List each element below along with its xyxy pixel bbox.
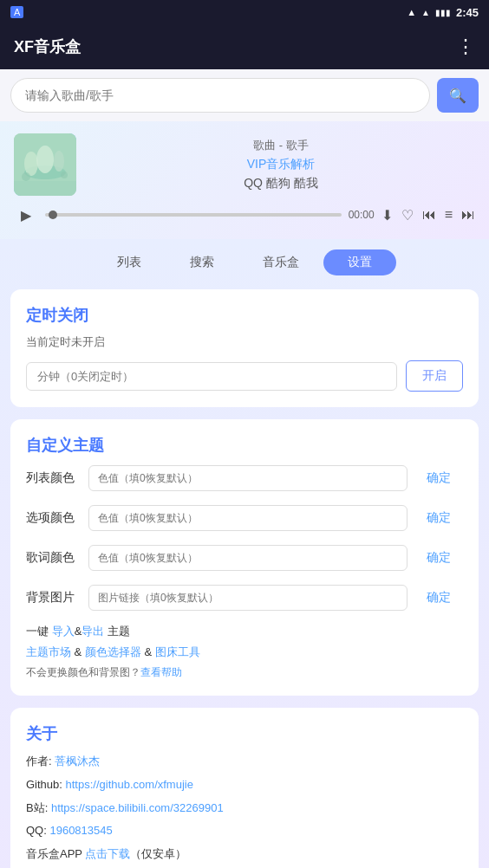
github-link[interactable]: https://github.com/xfmujie bbox=[66, 778, 193, 791]
svg-point-3 bbox=[54, 151, 64, 172]
main-content: 列表 搜索 音乐盒 设置 定时关闭 当前定时未开启 开启 自定义主题 列表颜色 … bbox=[0, 239, 489, 868]
search-section: 🔍 bbox=[0, 69, 489, 121]
lyric-color-input[interactable] bbox=[88, 545, 408, 571]
about-title: 关于 bbox=[26, 723, 463, 744]
song-title: 歌曲 - 歌手 bbox=[87, 138, 475, 153]
vip-parse-text[interactable]: VIP音乐解析 bbox=[87, 157, 475, 172]
qq-number[interactable]: 1960813545 bbox=[49, 824, 112, 837]
author-link[interactable]: 菩枫沐杰 bbox=[55, 755, 100, 768]
bstation-label: B站: bbox=[26, 801, 51, 814]
theme-card: 自定义主题 列表颜色 确定 选项颜色 确定 歌词颜色 确定 背景图片 确定 一键… bbox=[10, 419, 479, 696]
about-bilibili: B站: https://space.bilibili.com/32269901 bbox=[26, 800, 463, 818]
player-top: 歌曲 - 歌手 VIP音乐解析 QQ 酷狗 酷我 bbox=[14, 133, 475, 196]
time-display: 00:00 bbox=[349, 209, 375, 221]
app-icon: A bbox=[10, 6, 23, 18]
tab-bar: 列表 搜索 音乐盒 设置 bbox=[10, 249, 479, 275]
platform-text: QQ 酷狗 酷我 bbox=[87, 176, 475, 191]
github-label: Github: bbox=[26, 778, 66, 791]
timer-subtitle: 当前定时未开启 bbox=[26, 334, 463, 350]
battery-icon: ▮▮▮ bbox=[435, 8, 451, 17]
bilibili-link[interactable]: https://space.bilibili.com/32269901 bbox=[51, 801, 224, 814]
color-picker-link[interactable]: 颜色选择器 bbox=[85, 645, 141, 658]
timer-row: 开启 bbox=[26, 360, 463, 392]
theme-row-bg-image: 背景图片 确定 bbox=[26, 584, 463, 612]
status-left: A bbox=[10, 6, 23, 18]
tab-search[interactable]: 搜索 bbox=[166, 249, 238, 275]
tab-musicbox[interactable]: 音乐盒 bbox=[238, 249, 323, 275]
play-button[interactable]: ▶ bbox=[14, 203, 38, 227]
progress-bar[interactable] bbox=[45, 213, 342, 217]
status-right: ▲ ▲ ▮▮▮ 2:45 bbox=[407, 6, 479, 19]
search-input-wrapper bbox=[10, 78, 430, 113]
timer-title: 定时关闭 bbox=[26, 305, 463, 326]
about-qq: QQ: 1960813545 bbox=[26, 822, 463, 840]
timer-open-button[interactable]: 开启 bbox=[406, 360, 463, 392]
svg-point-7 bbox=[61, 172, 68, 178]
option-color-confirm[interactable]: 确定 bbox=[414, 504, 463, 532]
bg-image-input[interactable] bbox=[88, 585, 408, 611]
prev-icon[interactable]: ⏮ bbox=[422, 207, 436, 223]
theme-row-option-color: 选项颜色 确定 bbox=[26, 504, 463, 532]
export-link[interactable]: 导出 bbox=[82, 625, 104, 638]
import-export-row: 一键 导入&导出 主题 bbox=[26, 624, 463, 639]
search-icon: 🔍 bbox=[449, 87, 466, 104]
about-card: 关于 作者: 菩枫沐杰 Github: https://github.com/x… bbox=[10, 708, 479, 868]
download-note: （仅安卓） bbox=[130, 847, 186, 860]
timer-input[interactable] bbox=[26, 362, 397, 391]
favorite-icon[interactable]: ♡ bbox=[401, 207, 414, 223]
image-host-link[interactable]: 图床工具 bbox=[155, 645, 200, 658]
control-icons: ⬇ ♡ ⏮ ≡ ⏭ bbox=[381, 207, 475, 223]
signal-icon: ▲ bbox=[421, 8, 430, 17]
theme-row-list-color: 列表颜色 确定 bbox=[26, 464, 463, 492]
download-link[interactable]: 点击下载 bbox=[85, 847, 130, 860]
search-button[interactable]: 🔍 bbox=[437, 78, 479, 113]
svg-point-6 bbox=[22, 172, 30, 181]
progress-dot bbox=[49, 211, 57, 219]
about-github: Github: https://github.com/xfmujie bbox=[26, 776, 463, 794]
player-controls: ▶ 00:00 ⬇ ♡ ⏮ ≡ ⏭ bbox=[14, 203, 475, 227]
theme-title: 自定义主题 bbox=[26, 435, 463, 456]
theme-market-link[interactable]: 主题市场 bbox=[26, 645, 71, 658]
help-link[interactable]: 查看帮助 bbox=[140, 666, 182, 678]
search-input[interactable] bbox=[25, 88, 415, 102]
tools-row: 主题市场 & 颜色选择器 & 图床工具 bbox=[26, 645, 463, 660]
tab-list[interactable]: 列表 bbox=[93, 249, 166, 275]
app-title: XF音乐盒 bbox=[14, 36, 81, 57]
next-icon[interactable]: ⏭ bbox=[461, 207, 475, 223]
tab-settings[interactable]: 设置 bbox=[323, 249, 396, 275]
player-section: 歌曲 - 歌手 VIP音乐解析 QQ 酷狗 酷我 ▶ 00:00 ⬇ ♡ ⏮ ≡… bbox=[0, 121, 489, 239]
svg-point-2 bbox=[24, 152, 38, 176]
about-author: 作者: 菩枫沐杰 bbox=[26, 753, 463, 771]
bg-image-confirm[interactable]: 确定 bbox=[414, 584, 463, 612]
list-color-input[interactable] bbox=[88, 465, 408, 491]
color-note: 不会更换颜色和背景图？查看帮助 bbox=[26, 665, 463, 680]
app-download-label: 音乐盒APP bbox=[26, 847, 85, 860]
more-menu-icon[interactable]: ⋮ bbox=[456, 36, 475, 58]
timer-card: 定时关闭 当前定时未开启 开启 bbox=[10, 289, 479, 407]
option-color-label: 选项颜色 bbox=[26, 510, 82, 526]
about-download: 音乐盒APP 点击下载（仅安卓） bbox=[26, 845, 463, 864]
wifi-icon: ▲ bbox=[407, 7, 416, 17]
status-bar: A ▲ ▲ ▮▮▮ 2:45 bbox=[0, 0, 489, 24]
list-color-label: 列表颜色 bbox=[26, 470, 82, 486]
album-art bbox=[14, 133, 76, 196]
bg-image-label: 背景图片 bbox=[26, 590, 82, 606]
svg-point-4 bbox=[36, 146, 54, 173]
song-info: 歌曲 - 歌手 VIP音乐解析 QQ 酷狗 酷我 bbox=[87, 138, 475, 191]
import-link[interactable]: 导入 bbox=[52, 625, 75, 638]
playlist-icon[interactable]: ≡ bbox=[445, 207, 453, 223]
svg-rect-5 bbox=[14, 181, 76, 196]
option-color-input[interactable] bbox=[88, 505, 408, 531]
lyric-color-confirm[interactable]: 确定 bbox=[414, 544, 463, 572]
status-time: 2:45 bbox=[456, 6, 479, 19]
top-bar: XF音乐盒 ⋮ bbox=[0, 24, 489, 69]
lyric-color-label: 歌词颜色 bbox=[26, 550, 82, 566]
theme-row-lyric-color: 歌词颜色 确定 bbox=[26, 544, 463, 572]
qq-label: QQ: bbox=[26, 824, 49, 837]
list-color-confirm[interactable]: 确定 bbox=[414, 464, 463, 492]
download-icon[interactable]: ⬇ bbox=[381, 207, 393, 223]
